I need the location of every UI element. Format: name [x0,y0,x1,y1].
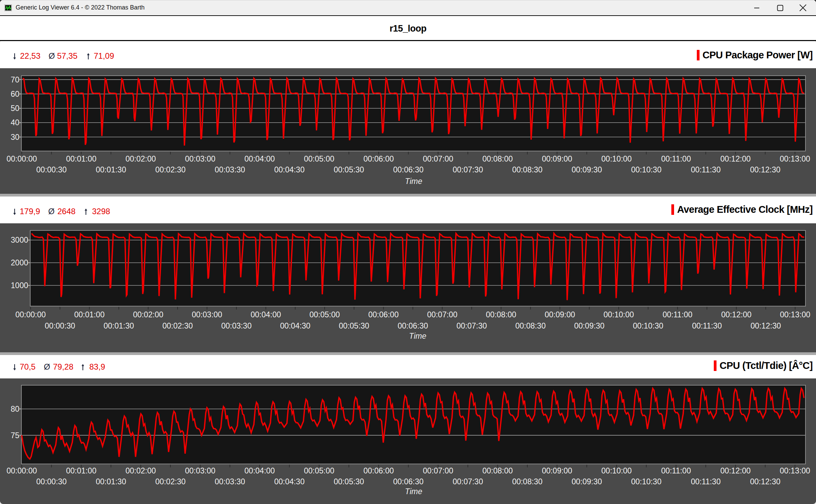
svg-text:00:09:00: 00:09:00 [545,310,575,319]
svg-text:00:01:00: 00:01:00 [66,466,96,475]
svg-text:00:05:00: 00:05:00 [304,154,334,163]
svg-text:00:01:00: 00:01:00 [66,154,96,163]
svg-text:00:10:00: 00:10:00 [603,310,634,319]
svg-text:00:05:30: 00:05:30 [334,477,364,486]
svg-text:00:12:00: 00:12:00 [720,154,751,163]
svg-text:00:09:30: 00:09:30 [574,321,605,330]
svg-text:00:13:00: 00:13:00 [780,466,810,475]
svg-text:00:11:00: 00:11:00 [661,466,691,475]
svg-text:00:11:30: 00:11:30 [691,165,721,174]
svg-text:00:08:00: 00:08:00 [486,310,516,319]
svg-text:00:06:30: 00:06:30 [393,477,424,486]
svg-text:00:03:30: 00:03:30 [215,165,245,174]
svg-text:00:06:30: 00:06:30 [398,321,428,330]
svg-text:00:12:00: 00:12:00 [720,466,751,475]
svg-text:Time: Time [409,332,427,340]
svg-text:00:03:00: 00:03:00 [185,154,216,163]
svg-text:00:12:30: 00:12:30 [750,165,781,174]
svg-text:00:01:00: 00:01:00 [74,310,105,319]
svg-text:00:07:00: 00:07:00 [423,466,453,475]
svg-text:00:04:00: 00:04:00 [244,154,275,163]
svg-text:00:12:30: 00:12:30 [750,321,781,330]
svg-text:75: 75 [11,431,19,440]
svg-text:00:00:00: 00:00:00 [15,310,46,319]
svg-text:00:12:00: 00:12:00 [721,310,752,319]
svg-text:00:10:30: 00:10:30 [633,321,664,330]
svg-text:00:04:30: 00:04:30 [274,165,305,174]
svg-text:00:04:30: 00:04:30 [274,477,305,486]
svg-text:00:06:00: 00:06:00 [363,466,394,475]
svg-text:80: 80 [11,405,19,413]
svg-text:00:01:30: 00:01:30 [104,321,134,330]
svg-text:00:02:30: 00:02:30 [155,165,186,174]
svg-text:00:02:30: 00:02:30 [162,321,193,330]
svg-text:00:07:00: 00:07:00 [427,310,458,319]
svg-text:00:01:30: 00:01:30 [96,165,126,174]
svg-text:00:06:00: 00:06:00 [368,310,399,319]
svg-text:00:08:00: 00:08:00 [483,466,513,475]
svg-text:00:09:00: 00:09:00 [542,154,573,163]
svg-text:60: 60 [11,90,19,98]
svg-text:2000: 2000 [11,258,28,267]
svg-text:00:05:00: 00:05:00 [304,466,334,475]
svg-text:Time: Time [405,177,422,186]
svg-text:40: 40 [11,118,19,127]
svg-text:00:02:00: 00:02:00 [133,310,164,319]
svg-text:00:11:30: 00:11:30 [691,477,721,486]
svg-text:00:05:30: 00:05:30 [339,321,369,330]
svg-text:00:03:30: 00:03:30 [215,477,245,486]
svg-text:00:01:30: 00:01:30 [96,477,126,486]
svg-text:00:00:00: 00:00:00 [6,466,37,475]
svg-text:00:08:30: 00:08:30 [512,477,543,486]
svg-text:00:06:30: 00:06:30 [393,165,424,174]
svg-text:00:12:30: 00:12:30 [750,477,781,486]
svg-text:00:10:00: 00:10:00 [601,466,632,475]
svg-text:00:02:30: 00:02:30 [155,477,186,486]
svg-text:00:00:30: 00:00:30 [36,165,67,174]
svg-text:00:09:00: 00:09:00 [542,466,573,475]
svg-text:00:07:00: 00:07:00 [423,154,453,163]
svg-text:00:05:00: 00:05:00 [309,310,340,319]
svg-text:00:03:30: 00:03:30 [221,321,252,330]
svg-text:00:00:00: 00:00:00 [6,154,37,163]
svg-text:00:07:30: 00:07:30 [453,477,483,486]
svg-text:3000: 3000 [11,236,28,244]
svg-text:00:02:00: 00:02:00 [126,154,156,163]
svg-text:00:10:30: 00:10:30 [631,165,661,174]
svg-text:00:11:30: 00:11:30 [692,321,722,330]
svg-text:00:09:30: 00:09:30 [572,477,602,486]
svg-text:00:09:30: 00:09:30 [572,165,602,174]
svg-text:00:08:30: 00:08:30 [512,165,543,174]
svg-text:00:10:00: 00:10:00 [601,154,632,163]
svg-text:00:13:00: 00:13:00 [780,310,811,319]
svg-text:00:00:30: 00:00:30 [45,321,75,330]
svg-text:00:03:00: 00:03:00 [192,310,222,319]
svg-text:00:11:00: 00:11:00 [663,310,692,319]
svg-text:00:10:30: 00:10:30 [631,477,661,486]
svg-text:00:03:00: 00:03:00 [185,466,216,475]
svg-text:00:04:30: 00:04:30 [280,321,311,330]
svg-text:00:08:00: 00:08:00 [483,154,513,163]
svg-text:30: 30 [11,133,19,142]
svg-text:00:04:00: 00:04:00 [244,466,275,475]
svg-text:00:07:30: 00:07:30 [456,321,487,330]
svg-text:00:13:00: 00:13:00 [780,154,810,163]
svg-text:70: 70 [11,75,19,84]
svg-text:1000: 1000 [11,281,28,290]
svg-text:00:06:00: 00:06:00 [363,154,394,163]
svg-text:00:11:00: 00:11:00 [661,154,691,163]
svg-text:50: 50 [11,104,19,113]
svg-text:00:00:30: 00:00:30 [36,477,67,486]
svg-text:00:07:30: 00:07:30 [453,165,483,174]
svg-text:00:08:30: 00:08:30 [515,321,546,330]
svg-text:Time: Time [405,487,422,496]
svg-text:00:02:00: 00:02:00 [126,466,156,475]
svg-text:00:05:30: 00:05:30 [334,165,364,174]
svg-text:00:04:00: 00:04:00 [251,310,281,319]
